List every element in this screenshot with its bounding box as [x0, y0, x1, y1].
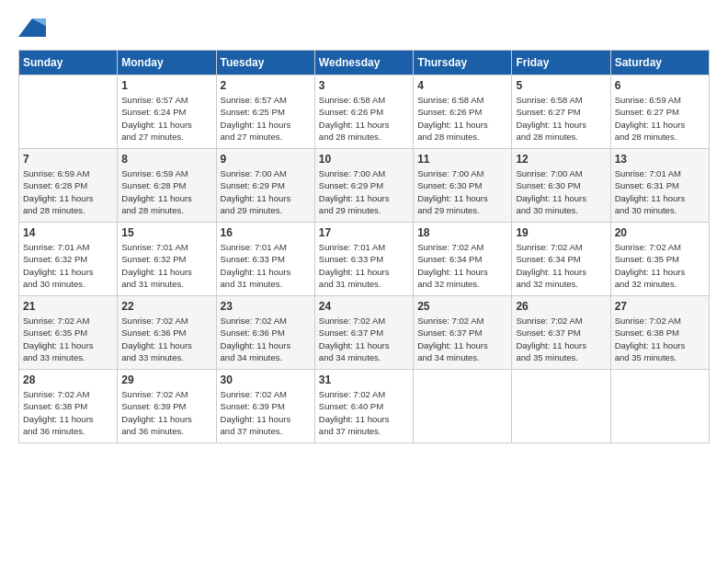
- day-info: Sunrise: 7:02 AMSunset: 6:37 PMDaylight:…: [516, 315, 606, 363]
- calendar-table: SundayMondayTuesdayWednesdayThursdayFrid…: [18, 50, 710, 443]
- daylight-text-2: and 28 minutes.: [319, 131, 409, 143]
- day-cell: [414, 370, 512, 443]
- sunrise-text: Sunrise: 7:01 AM: [615, 167, 705, 179]
- sunrise-text: Sunrise: 6:59 AM: [23, 167, 113, 179]
- daylight-text-1: Daylight: 11 hours: [615, 119, 705, 131]
- day-cell: 25Sunrise: 7:02 AMSunset: 6:37 PMDayligh…: [414, 296, 512, 370]
- daylight-text-1: Daylight: 11 hours: [221, 119, 311, 131]
- sunrise-text: Sunrise: 7:01 AM: [23, 241, 113, 253]
- day-info: Sunrise: 7:01 AMSunset: 6:32 PMDaylight:…: [121, 241, 211, 290]
- sunset-text: Sunset: 6:32 PM: [121, 253, 211, 265]
- day-info: Sunrise: 7:00 AMSunset: 6:30 PMDaylight:…: [516, 167, 606, 216]
- day-info: Sunrise: 7:01 AMSunset: 6:32 PMDaylight:…: [23, 241, 113, 290]
- day-cell: 12Sunrise: 7:00 AMSunset: 6:30 PMDayligh…: [512, 149, 610, 223]
- sunset-text: Sunset: 6:33 PM: [319, 253, 409, 265]
- daylight-text-1: Daylight: 11 hours: [121, 119, 211, 131]
- sunrise-text: Sunrise: 6:59 AM: [121, 167, 211, 179]
- daylight-text-1: Daylight: 11 hours: [121, 413, 211, 425]
- daylight-text-2: and 32 minutes.: [615, 278, 705, 290]
- day-number: 4: [417, 79, 507, 92]
- sunrise-text: Sunrise: 7:02 AM: [23, 315, 113, 327]
- day-info: Sunrise: 6:59 AMSunset: 6:28 PMDaylight:…: [23, 167, 113, 216]
- sunset-text: Sunset: 6:26 PM: [319, 106, 409, 118]
- day-number: 10: [319, 153, 409, 166]
- day-cell: 20Sunrise: 7:02 AMSunset: 6:35 PMDayligh…: [610, 223, 709, 296]
- day-info: Sunrise: 7:02 AMSunset: 6:39 PMDaylight:…: [221, 388, 311, 437]
- day-number: 25: [417, 300, 507, 313]
- sunset-text: Sunset: 6:29 PM: [221, 179, 311, 191]
- week-row-1: 1Sunrise: 6:57 AMSunset: 6:24 PMDaylight…: [19, 75, 710, 149]
- sunset-text: Sunset: 6:27 PM: [615, 106, 705, 118]
- daylight-text-1: Daylight: 11 hours: [221, 413, 311, 425]
- day-header-monday: Monday: [118, 51, 216, 75]
- sunrise-text: Sunrise: 6:59 AM: [615, 94, 705, 106]
- day-cell: [512, 370, 610, 443]
- sunrise-text: Sunrise: 7:02 AM: [516, 241, 606, 253]
- day-cell: 13Sunrise: 7:01 AMSunset: 6:31 PMDayligh…: [610, 149, 709, 223]
- daylight-text-2: and 32 minutes.: [417, 278, 507, 290]
- day-header-saturday: Saturday: [610, 51, 709, 75]
- week-row-2: 7Sunrise: 6:59 AMSunset: 6:28 PMDaylight…: [19, 149, 710, 223]
- day-info: Sunrise: 7:02 AMSunset: 6:38 PMDaylight:…: [23, 388, 113, 437]
- sunset-text: Sunset: 6:37 PM: [417, 327, 507, 339]
- week-row-4: 21Sunrise: 7:02 AMSunset: 6:35 PMDayligh…: [19, 296, 710, 370]
- sunrise-text: Sunrise: 6:57 AM: [121, 94, 211, 106]
- sunset-text: Sunset: 6:30 PM: [417, 179, 507, 191]
- sunset-text: Sunset: 6:35 PM: [615, 253, 705, 265]
- sunrise-text: Sunrise: 7:00 AM: [417, 167, 507, 179]
- day-cell: 6Sunrise: 6:59 AMSunset: 6:27 PMDaylight…: [610, 75, 709, 149]
- day-cell: 8Sunrise: 6:59 AMSunset: 6:28 PMDaylight…: [118, 149, 216, 223]
- sunset-text: Sunset: 6:38 PM: [615, 327, 705, 339]
- daylight-text-1: Daylight: 11 hours: [615, 266, 705, 278]
- sunrise-text: Sunrise: 7:02 AM: [121, 388, 211, 400]
- day-info: Sunrise: 7:02 AMSunset: 6:34 PMDaylight:…: [516, 241, 606, 290]
- sunrise-text: Sunrise: 6:57 AM: [221, 94, 311, 106]
- week-row-5: 28Sunrise: 7:02 AMSunset: 6:38 PMDayligh…: [19, 370, 710, 443]
- day-number: 8: [121, 153, 211, 166]
- daylight-text-1: Daylight: 11 hours: [319, 413, 409, 425]
- day-number: 13: [615, 153, 705, 166]
- day-info: Sunrise: 6:58 AMSunset: 6:26 PMDaylight:…: [417, 94, 507, 143]
- sunrise-text: Sunrise: 6:58 AM: [417, 94, 507, 106]
- calendar-header: SundayMondayTuesdayWednesdayThursdayFrid…: [19, 51, 710, 75]
- daylight-text-2: and 28 minutes.: [23, 204, 113, 216]
- day-info: Sunrise: 7:02 AMSunset: 6:36 PMDaylight:…: [221, 315, 311, 363]
- daylight-text-1: Daylight: 11 hours: [23, 266, 113, 278]
- logo-icon: [18, 18, 46, 40]
- day-number: 27: [615, 300, 705, 313]
- day-number: 18: [417, 226, 507, 239]
- sunset-text: Sunset: 6:39 PM: [121, 400, 211, 412]
- daylight-text-2: and 29 minutes.: [417, 204, 507, 216]
- sunset-text: Sunset: 6:24 PM: [121, 106, 211, 118]
- daylight-text-1: Daylight: 11 hours: [23, 339, 113, 351]
- day-number: 17: [319, 226, 409, 239]
- sunset-text: Sunset: 6:32 PM: [23, 253, 113, 265]
- sunset-text: Sunset: 6:36 PM: [221, 327, 311, 339]
- daylight-text-1: Daylight: 11 hours: [121, 266, 211, 278]
- day-info: Sunrise: 7:01 AMSunset: 6:31 PMDaylight:…: [615, 167, 705, 216]
- daylight-text-2: and 27 minutes.: [121, 131, 211, 143]
- day-cell: 27Sunrise: 7:02 AMSunset: 6:38 PMDayligh…: [610, 296, 709, 370]
- day-header-friday: Friday: [512, 51, 610, 75]
- day-header-thursday: Thursday: [414, 51, 512, 75]
- daylight-text-2: and 35 minutes.: [516, 351, 606, 363]
- daylight-text-1: Daylight: 11 hours: [121, 339, 211, 351]
- sunrise-text: Sunrise: 7:01 AM: [221, 241, 311, 253]
- day-cell: 21Sunrise: 7:02 AMSunset: 6:35 PMDayligh…: [19, 296, 118, 370]
- day-cell: 29Sunrise: 7:02 AMSunset: 6:39 PMDayligh…: [118, 370, 216, 443]
- day-cell: 23Sunrise: 7:02 AMSunset: 6:36 PMDayligh…: [216, 296, 314, 370]
- day-number: 21: [23, 300, 113, 313]
- sunrise-text: Sunrise: 7:02 AM: [23, 388, 113, 400]
- day-number: 29: [121, 373, 211, 386]
- sunset-text: Sunset: 6:36 PM: [121, 327, 211, 339]
- daylight-text-1: Daylight: 11 hours: [417, 339, 507, 351]
- sunset-text: Sunset: 6:34 PM: [417, 253, 507, 265]
- day-cell: 30Sunrise: 7:02 AMSunset: 6:39 PMDayligh…: [216, 370, 314, 443]
- day-number: 2: [221, 79, 311, 92]
- day-number: 3: [319, 79, 409, 92]
- day-cell: 31Sunrise: 7:02 AMSunset: 6:40 PMDayligh…: [314, 370, 413, 443]
- day-info: Sunrise: 7:02 AMSunset: 6:37 PMDaylight:…: [319, 315, 409, 363]
- daylight-text-2: and 28 minutes.: [121, 204, 211, 216]
- daylight-text-2: and 36 minutes.: [121, 425, 211, 437]
- sunset-text: Sunset: 6:37 PM: [516, 327, 606, 339]
